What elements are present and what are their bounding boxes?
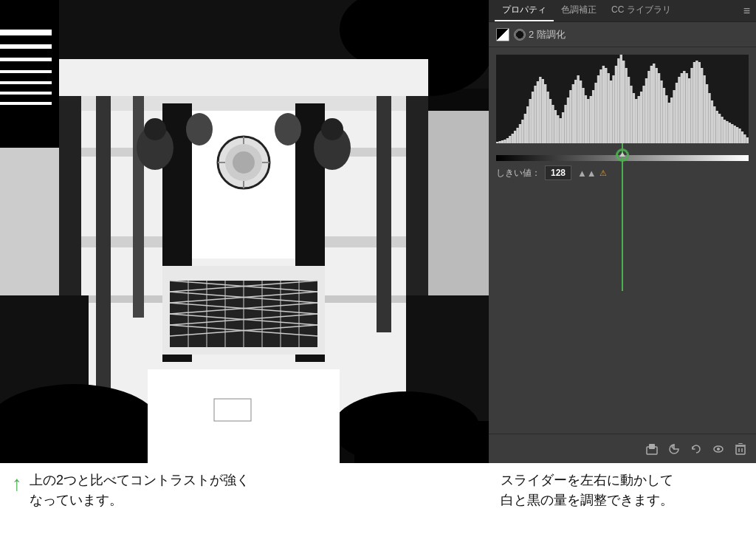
main-area: プロパティ 色調補正 CC ライブラリ ≡ 2 階調化 bbox=[0, 0, 756, 463]
svg-rect-77 bbox=[516, 128, 518, 143]
histogram-mini-icon: ▲▲ bbox=[577, 168, 597, 179]
reset-button[interactable] bbox=[688, 441, 704, 457]
svg-rect-97 bbox=[567, 97, 569, 143]
svg-rect-101 bbox=[577, 75, 579, 143]
panel-toolbar bbox=[489, 434, 756, 463]
previous-state-button[interactable] bbox=[666, 441, 682, 457]
svg-rect-117 bbox=[617, 58, 619, 143]
right-panel: プロパティ 色調補正 CC ライブラリ ≡ 2 階調化 bbox=[489, 0, 756, 463]
svg-rect-106 bbox=[590, 96, 592, 143]
svg-rect-144 bbox=[686, 73, 688, 143]
svg-rect-158 bbox=[721, 117, 723, 143]
caption-right-line1: スライダーを左右に動かして bbox=[501, 470, 744, 490]
caption-left-line1: 上の2つと比べてコントラストが強く bbox=[30, 470, 250, 490]
svg-rect-54 bbox=[0, 44, 52, 49]
tab-properties[interactable]: プロパティ bbox=[495, 0, 554, 21]
svg-point-28 bbox=[144, 118, 166, 140]
svg-rect-155 bbox=[713, 106, 715, 143]
panel-title: 2 階調化 bbox=[529, 28, 566, 41]
svg-rect-145 bbox=[688, 78, 690, 143]
svg-rect-164 bbox=[736, 127, 738, 143]
caption-right-line2: 白と黒の量を調整できます。 bbox=[501, 490, 744, 510]
svg-rect-173 bbox=[736, 446, 745, 454]
svg-rect-91 bbox=[551, 105, 554, 143]
svg-rect-168 bbox=[746, 137, 749, 143]
panel-spacer bbox=[489, 291, 756, 434]
tab-cc-library[interactable]: CC ライブラリ bbox=[604, 0, 678, 21]
svg-rect-126 bbox=[640, 92, 642, 143]
svg-rect-90 bbox=[549, 99, 551, 143]
svg-rect-143 bbox=[683, 71, 685, 143]
svg-rect-53 bbox=[0, 30, 52, 35]
threshold-value-display[interactable]: 128 bbox=[545, 165, 571, 180]
svg-rect-52 bbox=[0, 0, 59, 148]
svg-rect-151 bbox=[703, 75, 705, 143]
svg-rect-127 bbox=[642, 86, 645, 143]
svg-rect-102 bbox=[580, 81, 582, 143]
svg-rect-137 bbox=[668, 103, 670, 143]
threshold-label: しきい値： bbox=[496, 167, 540, 179]
layer-icon bbox=[496, 28, 509, 41]
delete-button[interactable] bbox=[732, 441, 749, 457]
svg-rect-156 bbox=[716, 111, 718, 143]
svg-rect-56 bbox=[0, 70, 52, 73]
svg-rect-59 bbox=[0, 102, 52, 105]
svg-rect-104 bbox=[585, 95, 587, 143]
panel-header: 2 階調化 bbox=[489, 22, 756, 47]
svg-rect-119 bbox=[622, 61, 625, 143]
svg-rect-76 bbox=[514, 131, 516, 143]
svg-rect-80 bbox=[524, 114, 526, 143]
svg-rect-67 bbox=[214, 399, 251, 421]
svg-rect-138 bbox=[670, 97, 673, 143]
svg-rect-93 bbox=[557, 115, 559, 143]
svg-rect-161 bbox=[729, 123, 731, 143]
svg-rect-94 bbox=[560, 118, 562, 143]
svg-rect-113 bbox=[607, 73, 609, 143]
svg-rect-105 bbox=[587, 99, 589, 143]
svg-rect-95 bbox=[562, 112, 564, 143]
threshold-slider-handle[interactable] bbox=[616, 149, 628, 161]
svg-rect-149 bbox=[698, 62, 701, 143]
svg-rect-79 bbox=[521, 120, 523, 143]
svg-rect-150 bbox=[701, 68, 703, 143]
svg-rect-121 bbox=[628, 77, 630, 143]
svg-rect-58 bbox=[0, 92, 52, 95]
svg-rect-152 bbox=[706, 84, 708, 143]
tab-color-correction[interactable]: 色調補正 bbox=[554, 0, 604, 21]
histogram-display bbox=[496, 55, 749, 143]
histogram-container bbox=[489, 47, 756, 143]
adjustment-layer-icon bbox=[514, 29, 526, 41]
svg-rect-131 bbox=[653, 64, 655, 143]
svg-rect-162 bbox=[731, 124, 733, 143]
histogram-svg bbox=[496, 55, 749, 143]
svg-rect-64 bbox=[0, 428, 148, 463]
svg-rect-118 bbox=[620, 55, 622, 143]
svg-rect-128 bbox=[645, 78, 647, 143]
svg-rect-129 bbox=[647, 71, 650, 143]
svg-rect-122 bbox=[630, 86, 632, 143]
svg-rect-132 bbox=[655, 68, 657, 143]
panel-menu-button[interactable]: ≡ bbox=[743, 4, 750, 18]
svg-rect-136 bbox=[665, 95, 667, 143]
svg-point-22 bbox=[233, 151, 255, 174]
svg-rect-130 bbox=[650, 66, 653, 143]
svg-rect-111 bbox=[602, 66, 605, 143]
svg-rect-8 bbox=[59, 96, 428, 111]
svg-rect-65 bbox=[354, 421, 489, 463]
threshold-section: しきい値： 128 ▲▲ ⚠ bbox=[489, 143, 756, 291]
svg-rect-114 bbox=[610, 81, 612, 143]
svg-rect-147 bbox=[693, 62, 695, 143]
svg-rect-81 bbox=[526, 106, 529, 143]
panel-tabs: プロパティ 色調補正 CC ライブラリ ≡ bbox=[489, 0, 756, 22]
svg-rect-14 bbox=[133, 96, 144, 318]
svg-rect-74 bbox=[509, 136, 511, 143]
svg-rect-157 bbox=[718, 114, 721, 143]
svg-rect-167 bbox=[743, 134, 746, 143]
svg-rect-99 bbox=[572, 84, 574, 143]
svg-rect-153 bbox=[708, 93, 710, 143]
visibility-button[interactable] bbox=[710, 441, 726, 457]
svg-rect-142 bbox=[681, 73, 683, 143]
svg-rect-125 bbox=[638, 96, 640, 143]
bottom-caption: ↑ 上の2つと比べてコントラストが強く なっています。 スライダーを左右に動かし… bbox=[0, 463, 756, 534]
clip-to-layer-button[interactable] bbox=[644, 441, 660, 457]
